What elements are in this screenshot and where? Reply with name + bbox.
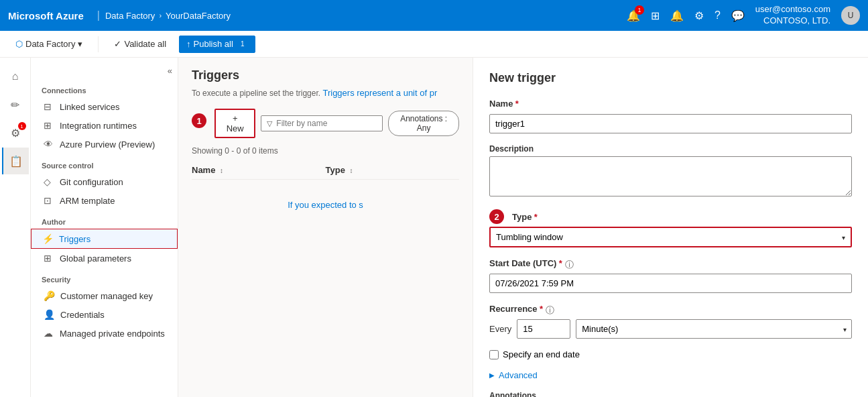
every-input[interactable]	[517, 319, 570, 339]
triggers-icon: ⚡	[42, 233, 54, 244]
new-trigger-button[interactable]: + New	[214, 109, 255, 138]
toolbar-divider-1	[98, 36, 99, 52]
start-date-label: Start Date (UTC) *	[489, 258, 562, 268]
advanced-label: Advanced	[499, 370, 538, 380]
end-date-checkbox[interactable]	[489, 350, 499, 359]
new-trigger-title: New trigger	[489, 71, 852, 85]
author-label: Author	[31, 210, 178, 229]
recurrence-label: Recurrence *	[489, 304, 543, 314]
name-sort-icon[interactable]: ↕	[220, 167, 223, 174]
author-section: Author ⚡ Triggers ⊞ Global parameters	[31, 210, 178, 268]
advanced-arrow-icon: ▶	[489, 372, 495, 379]
main-toolbar: ⬡ Data Factory ▾ ✓ Validate all ↑ Publis…	[0, 31, 868, 58]
start-date-input[interactable]	[489, 274, 852, 293]
gear-icon[interactable]: ⚙	[694, 9, 704, 22]
end-date-checkbox-group: Specify an end date	[489, 349, 852, 359]
security-label: Security	[31, 268, 178, 286]
integration-runtimes-icon: ⊞	[44, 120, 54, 131]
nav-triggers[interactable]: ⚡ Triggers	[31, 229, 178, 249]
bell-icon[interactable]: 🔔	[670, 9, 684, 22]
every-label: Every	[489, 324, 511, 334]
name-label-row: Name *	[489, 99, 852, 111]
triggers-showing: Showing 0 - 0 of 0 items	[192, 146, 459, 156]
step1-badge: 1	[192, 113, 206, 128]
breadcrumb-your-data-factory[interactable]: YourDataFactory	[166, 11, 231, 21]
publish-badge: 1	[237, 39, 248, 50]
sidebar-author-btn[interactable]: ✏	[2, 91, 29, 118]
publish-all-button[interactable]: ↑ Publish all 1	[179, 36, 255, 53]
description-input[interactable]	[489, 156, 852, 196]
sidebar-manage-btn[interactable]: 📋	[2, 148, 29, 174]
source-control-label: Source control	[31, 154, 178, 172]
recurrence-info-icon[interactable]: ⓘ	[546, 304, 554, 317]
start-date-info-icon[interactable]: ⓘ	[565, 259, 574, 271]
user-avatar[interactable]: U	[841, 6, 860, 25]
triggers-title: Triggers	[192, 68, 459, 82]
column-name: Name ↕	[192, 165, 326, 175]
validate-all-button[interactable]: ✓ Validate all	[107, 36, 174, 52]
notifications-icon[interactable]: 🔔 1	[627, 9, 640, 22]
triggers-toolbar: 1 + New ▽ Annotations : Any	[192, 109, 459, 138]
end-date-label: Specify an end date	[503, 349, 580, 359]
triggers-panel: Triggers To execute a pipeline set the t…	[178, 58, 473, 397]
column-type: Type ↕	[326, 165, 460, 175]
advanced-row[interactable]: ▶ Advanced	[489, 370, 852, 380]
nav-git-configuration[interactable]: ◇ Git configuration	[31, 172, 178, 191]
user-info: user@contoso.com CONTOSO, LTD.	[755, 4, 830, 27]
collapse-button[interactable]: «	[31, 63, 178, 78]
step1-row: 1	[192, 113, 209, 128]
triggers-link[interactable]: Triggers represent a unit of pr	[322, 88, 437, 98]
description-form-group: Description	[489, 144, 852, 198]
triggers-table-header: Name ↕ Type ↕	[192, 161, 459, 180]
notification-badge: 1	[635, 5, 644, 15]
empty-hint: If you expected to s	[192, 200, 459, 210]
nav-azure-purview[interactable]: 👁 Azure Purview (Preview)	[31, 135, 178, 154]
sidebar-monitor-btn[interactable]: ⚙ 1	[2, 119, 29, 146]
nav-integration-runtimes[interactable]: ⊞ Integration runtimes	[31, 116, 178, 135]
chevron-down-icon: ▾	[78, 39, 82, 49]
user-org: CONTOSO, LTD.	[763, 15, 830, 27]
nav-right: 🔔 1 ⊞ 🔔 ⚙ ? 💬 user@contoso.com CONTOSO, …	[627, 4, 860, 27]
type-sort-icon[interactable]: ↕	[350, 167, 353, 174]
new-trigger-panel: New trigger Name * Description 2 Type *	[473, 58, 868, 397]
customer-managed-key-icon: 🔑	[44, 290, 55, 301]
triggers-description: To execute a pipeline set the trigger. T…	[192, 88, 459, 98]
annotations-section-label: Annotations	[489, 391, 852, 397]
nav-linked-services[interactable]: ⊟ Linked services	[31, 97, 178, 116]
recurrence-row: Every Minute(s) Hour(s) Day(s) Week(s) M…	[489, 319, 852, 339]
monitor-badge: 1	[18, 122, 26, 130]
arm-template-icon: ⊡	[44, 195, 54, 206]
filter-icon: ▽	[267, 119, 272, 128]
name-form-group: Name *	[489, 99, 852, 133]
help-icon[interactable]: ?	[715, 9, 721, 21]
breadcrumb: Data Factory › YourDataFactory	[105, 11, 231, 21]
name-required: *	[515, 99, 519, 109]
type-select[interactable]: Tumbling window Schedule Storage events …	[491, 228, 851, 246]
global-parameters-icon: ⊞	[44, 253, 54, 264]
nav-managed-private-endpoints[interactable]: ☁ Managed private endpoints	[31, 324, 178, 343]
user-email: user@contoso.com	[755, 4, 830, 15]
data-factory-button[interactable]: ⬡ Data Factory ▾	[8, 36, 90, 52]
managed-private-endpoints-icon: ☁	[44, 328, 54, 339]
nav-arm-template[interactable]: ⊡ ARM template	[31, 191, 178, 210]
name-input[interactable]	[489, 114, 852, 133]
recurrence-form-group: Recurrence * ⓘ Every Minute(s) Hour(s) D…	[489, 304, 852, 339]
type-label-row: 2 Type *	[489, 209, 852, 224]
nav-customer-managed-key[interactable]: 🔑 Customer managed key	[31, 286, 178, 305]
sidebar-home-btn[interactable]: ⌂	[2, 63, 29, 90]
minute-select[interactable]: Minute(s) Hour(s) Day(s) Week(s) Month(s…	[576, 319, 852, 339]
step2-badge: 2	[489, 209, 504, 224]
feedback-icon[interactable]: 💬	[731, 9, 745, 22]
portal-menu-icon[interactable]: ⊞	[651, 9, 660, 22]
git-configuration-icon: ◇	[44, 176, 54, 187]
nav-global-parameters[interactable]: ⊞ Global parameters	[31, 249, 178, 268]
annotations-filter-button[interactable]: Annotations : Any	[388, 111, 459, 136]
filter-input[interactable]	[276, 119, 377, 128]
minute-select-wrapper: Minute(s) Hour(s) Day(s) Week(s) Month(s…	[576, 319, 852, 339]
filter-input-wrapper: ▽	[261, 115, 383, 131]
breadcrumb-data-factory[interactable]: Data Factory	[105, 11, 155, 21]
nav-separator: |	[97, 9, 100, 21]
credentials-icon: 👤	[44, 309, 55, 320]
type-required: *	[534, 212, 538, 222]
nav-credentials[interactable]: 👤 Credentials	[31, 305, 178, 324]
